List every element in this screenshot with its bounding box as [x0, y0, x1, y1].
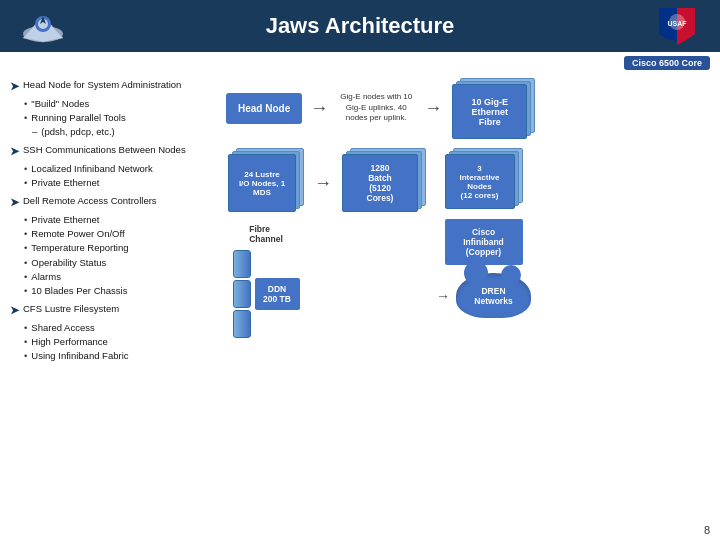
diagram-area: Head Node → Gig-E nodes with 10 Gig-E up…	[216, 78, 710, 530]
section-cfs: ➤ CFS Lustre Filesystem Shared Access Hi…	[10, 302, 210, 363]
bullet-temp-reporting: Temperature Reporting	[24, 241, 210, 255]
bullet-private-ethernet-2: Private Ethernet	[24, 213, 210, 227]
section-ssh: ➤ SSH Communications Between Nodes Local…	[10, 143, 210, 190]
arrow-icon-4: ➤	[10, 302, 19, 319]
dash-pdsh: (pdsh, pdcp, etc.)	[32, 125, 210, 139]
section2-title: SSH Communications Between Nodes	[23, 143, 186, 157]
bullet-private-ethernet-1: Private Ethernet	[24, 176, 210, 190]
bullet-infiniband-fabric: Using Infiniband Fabric	[24, 349, 210, 363]
disk-cylinders	[233, 250, 251, 338]
svg-text:USAF: USAF	[667, 20, 687, 27]
bullet-remote-power: Remote Power On/Off	[24, 227, 210, 241]
cisco-badge: Cisco 6500 Core	[624, 56, 710, 70]
ddn-box-label: DDN200 TB	[255, 278, 300, 310]
bullet-infiniband: Localized Infiniband Network	[24, 162, 210, 176]
head-node-box: Head Node	[226, 93, 302, 124]
interactive-stack: 3InteractiveNodes(12 cores)	[443, 148, 525, 213]
arrow-right-2: →	[424, 98, 442, 119]
section1-title: Head Node for System Administration	[23, 78, 181, 92]
batch-stack: 1280Batch(5120Cores)	[340, 148, 428, 216]
slide-header: Jaws Architecture USAF	[0, 0, 720, 52]
dren-area: → DRENNetworks	[436, 273, 531, 318]
cisco-infiniband-box: CiscoInfiniband(Copper)	[445, 219, 523, 265]
bullet-alarms: Alarms	[24, 270, 210, 284]
ddn-area: DDN200 TB	[233, 250, 300, 338]
section4-title: CFS Lustre Filesystem	[23, 302, 119, 316]
arrow-icon: ➤	[10, 78, 19, 95]
arrow-icon-3: ➤	[10, 194, 19, 211]
diagram-row2: 24 LustreI/O Nodes, 1MDS FibreChannel	[216, 148, 710, 338]
gig-e-desc: Gig-E nodes with 10 Gig-E uplinks. 40 no…	[336, 92, 416, 123]
shield-logo-right: USAF	[650, 4, 704, 48]
batch-box-label: 1280Batch(5120Cores)	[342, 154, 418, 212]
gige-box-label: 10 Gig-EEthernetFibre	[452, 84, 527, 139]
page-number: 8	[704, 524, 710, 536]
dren-label: DRENNetworks	[474, 286, 512, 306]
bullet-running-parallel: Running Parallel Tools	[24, 111, 210, 125]
fibre-channel-label: FibreChannel	[249, 224, 283, 244]
gige-stack: 10 Gig-EEthernetFibre	[450, 78, 535, 138]
arrow-dren: →	[436, 288, 450, 304]
bullet-shared-access: Shared Access	[24, 321, 210, 335]
section3-title: Dell Remote Access Controllers	[23, 194, 157, 208]
left-column: ➤ Head Node for System Administration "B…	[10, 78, 210, 530]
bullet-blades: 10 Blades Per Chassis	[24, 284, 210, 298]
section-dell: ➤ Dell Remote Access Controllers Private…	[10, 194, 210, 298]
bullet-operability: Operability Status	[24, 256, 210, 270]
slide-content: Cisco 6500 Core ➤ Head Node for System A…	[0, 52, 720, 540]
lustre-stack: 24 LustreI/O Nodes, 1MDS	[226, 148, 306, 216]
section-head-node: ➤ Head Node for System Administration "B…	[10, 78, 210, 139]
diagram-row1: Head Node → Gig-E nodes with 10 Gig-E up…	[216, 78, 710, 138]
bullet-high-performance: High Performance	[24, 335, 210, 349]
lustre-col: 24 LustreI/O Nodes, 1MDS FibreChannel	[226, 148, 306, 338]
slide: Jaws Architecture USAF Cisco 6500 Core ➤…	[0, 0, 720, 540]
arrow-right-1: →	[310, 98, 328, 119]
interactive-box-label: 3InteractiveNodes(12 cores)	[445, 154, 515, 209]
arrow-icon-2: ➤	[10, 143, 19, 160]
bullet-build-nodes: "Build" Nodes	[24, 97, 210, 111]
arrow-right-3: →	[314, 173, 332, 194]
lustre-box-label: 24 LustreI/O Nodes, 1MDS	[228, 154, 296, 212]
usaf-logo-left	[16, 4, 70, 48]
dren-cloud: DRENNetworks	[456, 273, 531, 318]
right-sub-col: 3InteractiveNodes(12 cores) CiscoInfinib…	[436, 148, 531, 318]
slide-title: Jaws Architecture	[70, 13, 650, 39]
